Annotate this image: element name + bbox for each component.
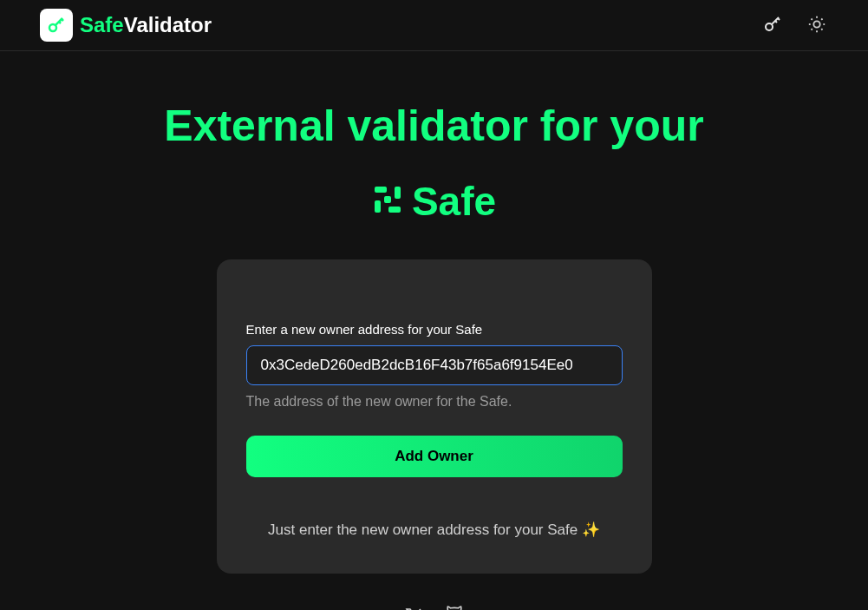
github-icon[interactable] <box>443 605 466 610</box>
nav-actions <box>760 12 828 39</box>
svg-point-0 <box>49 24 56 31</box>
help-text: Just enter the new owner address for you… <box>246 521 623 539</box>
brand-validator: Validator <box>124 13 212 36</box>
svg-rect-7 <box>384 196 391 203</box>
hero-subtitle: Safe <box>372 178 496 225</box>
svg-rect-6 <box>395 187 401 199</box>
key-icon <box>762 14 783 37</box>
brand-safe: Safe <box>80 13 124 36</box>
brand-key-icon <box>40 9 73 42</box>
x-twitter-icon[interactable] <box>403 606 424 610</box>
brand[interactable]: SafeValidator <box>40 9 212 42</box>
svg-rect-3 <box>375 187 387 193</box>
theme-toggle-button[interactable] <box>806 13 828 38</box>
svg-rect-5 <box>375 200 381 213</box>
main-content: External validator for your Safe Enter a… <box>0 51 868 610</box>
hero-title: External validator for your <box>164 100 703 152</box>
key-button[interactable] <box>760 12 785 39</box>
navbar: SafeValidator <box>0 0 868 51</box>
svg-point-1 <box>766 23 773 30</box>
footer <box>403 605 466 610</box>
sun-icon <box>807 15 826 36</box>
add-owner-button[interactable]: Add Owner <box>246 436 623 477</box>
owner-address-hint: The address of the new owner for the Saf… <box>246 394 623 410</box>
svg-rect-4 <box>388 207 401 213</box>
owner-address-label: Enter a new owner address for your Safe <box>246 322 623 337</box>
brand-text: SafeValidator <box>80 13 212 37</box>
safe-logo-icon <box>372 184 403 219</box>
owner-address-input[interactable] <box>246 345 623 385</box>
safe-text: Safe <box>412 178 496 225</box>
svg-point-2 <box>813 21 819 27</box>
form-card: Enter a new owner address for your Safe … <box>217 259 652 574</box>
